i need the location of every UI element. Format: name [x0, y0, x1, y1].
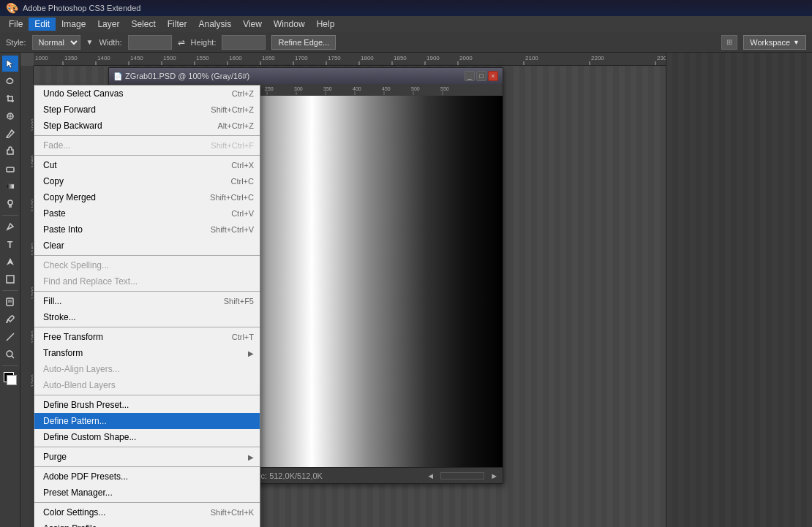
svg-rect-3	[7, 167, 14, 172]
menu-analysis[interactable]: Analysis	[192, 18, 237, 31]
divider-5	[34, 327, 260, 327]
doc-close-button[interactable]: ×	[488, 71, 498, 81]
tool-measure[interactable]	[2, 329, 18, 345]
transform-arrow-icon: ▶	[248, 349, 254, 357]
tool-notes[interactable]	[2, 294, 18, 310]
nav-left-icon[interactable]: ◄	[426, 471, 435, 480]
tool-heal[interactable]	[2, 108, 18, 124]
svg-text:1700: 1700	[295, 55, 308, 61]
arrow-icon: ▼	[86, 38, 94, 46]
menu-check-spelling[interactable]: Check Spelling...	[34, 257, 260, 273]
menu-select[interactable]: Select	[125, 18, 161, 31]
title-bar: 🎨 Adobe Photoshop CS3 Extended	[0, 0, 812, 16]
workspace-arrow-icon: ▼	[793, 39, 800, 46]
menu-auto-blend[interactable]: Auto-Blend Layers	[34, 377, 260, 393]
svg-text:250: 250	[265, 86, 274, 91]
menu-free-transform[interactable]: Free Transform Ctrl+T	[34, 329, 260, 345]
workspace: T	[0, 53, 812, 527]
tool-pen[interactable]	[2, 219, 18, 235]
divider-1	[34, 135, 260, 136]
menu-undo[interactable]: Undo Select Canvas Ctrl+Z	[34, 86, 260, 102]
menu-auto-align[interactable]: Auto-Align Layers...	[34, 361, 260, 377]
right-panel-bg	[666, 53, 812, 527]
tool-lasso[interactable]	[2, 73, 18, 89]
svg-text:1450: 1450	[130, 55, 143, 61]
workspace-button[interactable]: Workspace ▼	[743, 35, 806, 50]
tool-type[interactable]: T	[2, 236, 18, 252]
svg-text:500: 500	[411, 86, 420, 91]
style-select[interactable]: Normal	[32, 35, 80, 50]
options-icon-left: ⊞	[721, 35, 737, 50]
width-input[interactable]	[128, 35, 172, 50]
menu-paste[interactable]: Paste Ctrl+V	[34, 205, 260, 221]
menu-define-custom-shape[interactable]: Define Custom Shape...	[34, 429, 260, 445]
menu-help[interactable]: Help	[311, 18, 341, 31]
menu-copy-merged[interactable]: Copy Merged Shift+Ctrl+C	[34, 189, 260, 205]
tool-eraser[interactable]	[2, 161, 18, 177]
menu-preset-manager[interactable]: Preset Manager...	[34, 485, 260, 501]
tool-dodge[interactable]	[2, 196, 18, 212]
ruler-vertical: 1000 1050 1100 1150 1200 1250 1300	[20, 66, 34, 527]
svg-text:2200: 2200	[591, 55, 604, 61]
document-title: ZGrab01.PSD @ 100% (Gray/16#)	[125, 72, 463, 80]
divider-3	[34, 255, 260, 256]
menu-step-forward[interactable]: Step Forward Shift+Ctrl+Z	[34, 102, 260, 118]
menu-file[interactable]: File	[3, 18, 29, 31]
menu-cut[interactable]: Cut Ctrl+X	[34, 157, 260, 173]
app-title: Adobe Photoshop CS3 Extended	[23, 4, 140, 12]
menu-paste-into[interactable]: Paste Into Shift+Ctrl+V	[34, 221, 260, 238]
tool-gradient[interactable]	[2, 178, 18, 194]
toolbar: T	[0, 53, 20, 527]
fg-bg-colors[interactable]	[2, 371, 18, 387]
tool-selection[interactable]	[2, 56, 18, 72]
width-label: Width:	[99, 38, 121, 47]
divider-4	[34, 291, 260, 292]
tool-shape[interactable]	[2, 271, 18, 287]
nav-right-icon[interactable]: ►	[490, 471, 498, 480]
menu-fill[interactable]: Fill... Shift+F5	[34, 293, 260, 309]
nav-scroll-bar[interactable]	[440, 472, 484, 479]
swap-icon: ⇌	[178, 37, 185, 48]
menu-find-replace[interactable]: Find and Replace Text...	[34, 273, 260, 289]
refine-edge-button[interactable]: Refine Edge...	[271, 35, 336, 50]
menu-edit[interactable]: Edit	[29, 18, 56, 31]
right-panel	[666, 53, 812, 527]
menu-define-brush[interactable]: Define Brush Preset...	[34, 397, 260, 413]
menu-stroke[interactable]: Stroke...	[34, 309, 260, 325]
tool-brush[interactable]	[2, 126, 18, 142]
menu-image[interactable]: Image	[56, 18, 91, 31]
menu-fade[interactable]: Fade... Shift+Ctrl+F	[34, 137, 260, 153]
menu-clear[interactable]: Clear	[34, 238, 260, 254]
menu-assign-profile[interactable]: Assign Profile...	[34, 520, 260, 527]
background-color[interactable]	[7, 375, 17, 385]
svg-text:1600: 1600	[229, 55, 242, 61]
menu-window[interactable]: Window	[268, 18, 311, 31]
doc-maximize-button[interactable]: □	[476, 71, 486, 81]
menu-transform[interactable]: Transform ▶	[34, 345, 260, 361]
svg-text:2000: 2000	[459, 55, 473, 61]
svg-text:1750: 1750	[328, 55, 341, 61]
tool-path-select[interactable]	[2, 254, 18, 270]
tool-zoom[interactable]	[2, 346, 18, 363]
menu-filter[interactable]: Filter	[162, 18, 193, 31]
svg-text:2100: 2100	[525, 55, 538, 61]
menu-purge[interactable]: Purge ▶	[34, 449, 260, 465]
edit-dropdown-menu: Undo Select Canvas Ctrl+Z Step Forward S…	[34, 85, 260, 527]
svg-line-12	[12, 356, 14, 358]
menu-copy[interactable]: Copy Ctrl+C	[34, 173, 260, 189]
tool-clone[interactable]	[2, 143, 18, 159]
menu-color-settings[interactable]: Color Settings... Shift+Ctrl+K	[34, 504, 260, 520]
menu-step-backward[interactable]: Step Backward Alt+Ctrl+Z	[34, 118, 260, 134]
doc-minimize-button[interactable]: _	[465, 71, 475, 81]
doc-status: Doc: 512,0K/512,0K	[250, 471, 322, 480]
svg-rect-4	[7, 184, 14, 189]
menu-view[interactable]: View	[237, 18, 268, 31]
tool-eyedropper[interactable]	[2, 311, 18, 327]
svg-text:1000: 1000	[35, 55, 48, 61]
document-titlebar: 📄 ZGrab01.PSD @ 100% (Gray/16#) _ □ ×	[109, 68, 503, 84]
tool-crop[interactable]	[2, 91, 18, 107]
menu-layer[interactable]: Layer	[91, 18, 125, 31]
height-input[interactable]	[222, 35, 266, 50]
menu-define-pattern[interactable]: Define Pattern...	[34, 413, 260, 429]
menu-adobe-pdf[interactable]: Adobe PDF Presets...	[34, 469, 260, 485]
